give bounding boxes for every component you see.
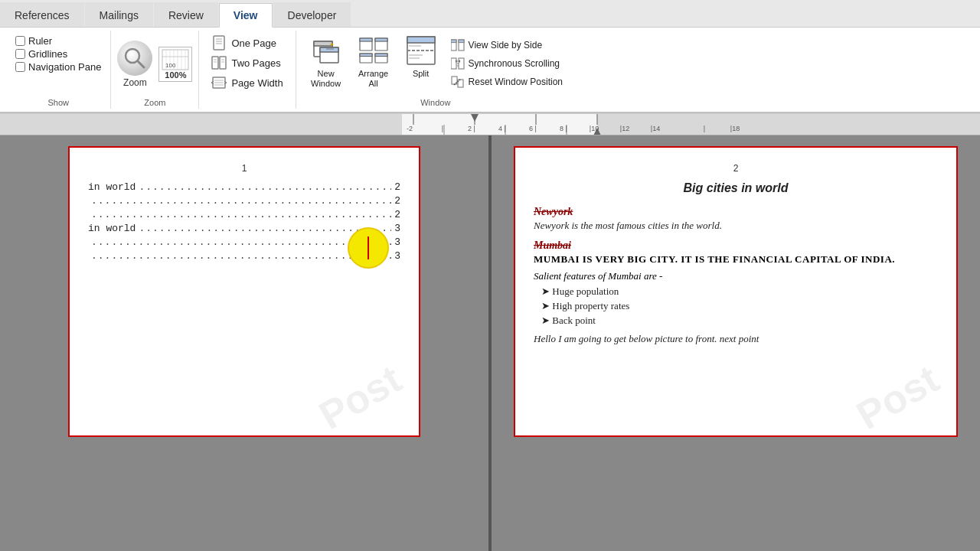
toc-num-6: 3 <box>394 250 400 262</box>
tab-developer[interactable]: Developer <box>273 2 351 27</box>
new-window-button[interactable]: ✦ NewWindow <box>305 34 347 89</box>
synchronous-scrolling-button[interactable]: Synchronous Scrolling <box>448 55 566 72</box>
reset-window-label: Reset Window Position <box>469 77 563 87</box>
page-width-label: Page Width <box>231 77 283 89</box>
svg-text:-2: -2 <box>407 125 413 132</box>
page1-number: 1 <box>88 163 400 174</box>
svg-text:100: 100 <box>165 62 176 69</box>
svg-rect-36 <box>360 38 372 41</box>
city2-name: Mumbai <box>534 240 938 252</box>
nav-pane-checkbox[interactable] <box>15 62 25 72</box>
new-window-icon: ✦ <box>309 34 343 67</box>
arrange-all-label: ArrangeAll <box>358 69 388 89</box>
bullet-3: ➤ Back point <box>541 315 938 327</box>
toc-dots-2: ........................................… <box>91 195 391 207</box>
ruler-label: Ruler <box>28 35 52 47</box>
gridlines-checkbox[interactable] <box>15 49 25 59</box>
zoom-group-content: Zoom 100 <box>117 31 192 96</box>
page-layout-content: One Page Two Pages <box>205 31 289 96</box>
city1-desc: Newyork is the most famous cities in the… <box>534 220 938 232</box>
page2-watermark: Post <box>849 356 947 439</box>
toc-num-1: 2 <box>394 181 400 193</box>
document-area: 1 in world .............................… <box>0 135 980 551</box>
svg-rect-50 <box>451 40 456 43</box>
svg-rect-15 <box>212 57 218 69</box>
hundred-percent-button[interactable]: 100 100% <box>158 47 192 82</box>
two-pages-icon <box>211 55 227 70</box>
window-group-label: Window <box>420 98 450 109</box>
svg-text:2 |: 2 | <box>468 125 475 132</box>
svg-rect-42 <box>375 54 387 57</box>
page2-title: Big cities in world <box>534 181 938 195</box>
svg-rect-59 <box>458 80 463 87</box>
zoom-button[interactable]: Zoom <box>117 41 152 88</box>
show-group-label: Show <box>47 98 69 109</box>
svg-rect-52 <box>459 40 464 43</box>
ribbon-content: Ruler Gridlines Navigation Pane Show <box>0 28 980 113</box>
toc-dots-1: ........................................… <box>139 181 391 193</box>
toc-dots-6: ........................................… <box>91 250 391 262</box>
page1: 1 in world .............................… <box>68 146 420 437</box>
arrange-all-button[interactable]: ArrangeAll <box>353 34 394 89</box>
zoom-icon <box>117 41 152 76</box>
page2-footer: Hello I am going to get below picture to… <box>534 333 938 345</box>
page2-number: 2 <box>534 163 938 174</box>
ruler-checkbox[interactable] <box>15 36 25 46</box>
svg-text:|10: |10 <box>590 125 599 132</box>
toc-text-1: in world <box>88 181 136 193</box>
page-width-button[interactable]: Page Width <box>208 73 286 92</box>
toc-dots-3: ........................................… <box>91 209 391 220</box>
window-group-content: ✦ NewWindow <box>302 31 569 96</box>
svg-rect-53 <box>451 58 456 69</box>
split-button[interactable]: Split <box>400 34 442 79</box>
svg-text:|18: |18 <box>730 125 740 132</box>
zoom-group-label: Zoom <box>144 98 165 109</box>
show-group-content: Ruler Gridlines Navigation Pane <box>12 31 104 96</box>
percent-text: 100% <box>165 70 186 80</box>
svg-rect-54 <box>459 58 464 69</box>
salient-header: Salient features of Mumbai are - <box>534 270 938 282</box>
percent-icon: 100 100% <box>158 47 192 82</box>
tab-mailings[interactable]: Mailings <box>85 2 153 27</box>
view-side-by-side-icon <box>451 38 465 52</box>
svg-rect-38 <box>375 38 387 41</box>
split-label: Split <box>413 69 429 79</box>
svg-line-1 <box>138 61 144 67</box>
toc-line-2: ........................................… <box>88 195 400 207</box>
gridlines-label: Gridlines <box>28 48 67 60</box>
two-pages-button[interactable]: Two Pages <box>208 54 283 72</box>
cursor-indicator <box>348 227 389 269</box>
toc-num-5: 3 <box>394 236 400 248</box>
toc-num-3: 2 <box>394 209 400 220</box>
tab-view[interactable]: View <box>219 3 273 28</box>
city2-intro: MUMBAI IS VERY BIG CITY. IT IS THE FINAN… <box>534 253 938 266</box>
svg-rect-44 <box>407 37 435 43</box>
toc-num-4: 3 <box>394 223 400 234</box>
toc-line-3: ........................................… <box>88 209 400 220</box>
svg-text:✦: ✦ <box>329 41 335 48</box>
toc-dots-5: ........................................… <box>91 236 391 248</box>
one-page-button[interactable]: One Page <box>208 34 279 52</box>
window-group: ✦ NewWindow <box>296 31 575 109</box>
svg-text:|: | <box>704 125 705 132</box>
view-side-by-side-button[interactable]: View Side by Side <box>448 37 566 54</box>
arrange-all-icon <box>357 34 390 67</box>
city1-name: Newyork <box>534 206 938 218</box>
svg-rect-11 <box>214 36 224 50</box>
svg-text:|12: |12 <box>620 125 629 132</box>
toc-line-1: in world ...............................… <box>88 181 400 193</box>
sync-scroll-icon <box>451 57 465 70</box>
nav-pane-checkbox-item[interactable]: Navigation Pane <box>15 61 101 73</box>
reset-window-position-button[interactable]: Reset Window Position <box>448 73 566 90</box>
ruler-checkbox-item[interactable]: Ruler <box>15 35 52 47</box>
ruler: -2 | 2 | 4 | 6 | 8 | |10 |12 |14 | |18 <box>0 114 980 135</box>
gridlines-checkbox-item[interactable]: Gridlines <box>15 48 67 60</box>
page-layout-group: One Page Two Pages <box>199 31 296 109</box>
bullet-2: ➤ High property rates <box>541 300 938 312</box>
one-page-label: One Page <box>231 37 276 49</box>
svg-text:|14: |14 <box>651 125 660 132</box>
tab-references[interactable]: References <box>0 2 84 27</box>
tab-review[interactable]: Review <box>154 2 218 27</box>
svg-text:4 |: 4 | <box>498 125 506 132</box>
svg-rect-40 <box>360 54 372 57</box>
